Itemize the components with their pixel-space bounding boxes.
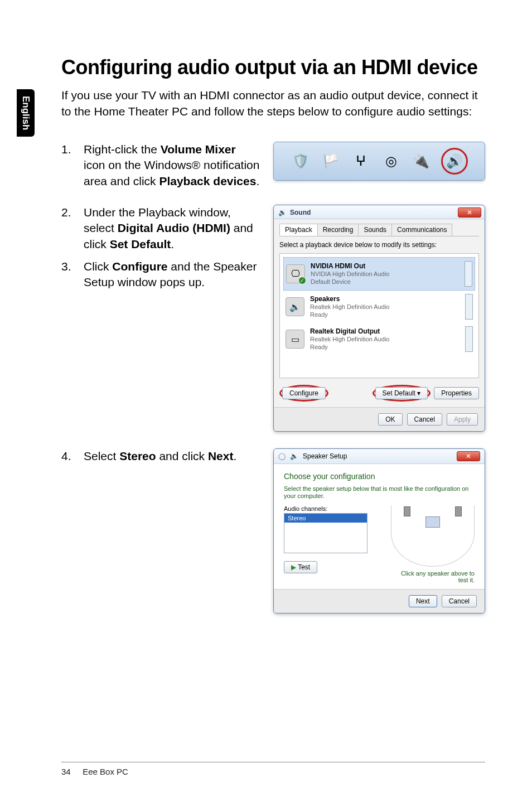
- step-4-bold-1: Stereo: [119, 450, 156, 462]
- step-2-bold-1: Digital Audio (HDMI): [118, 221, 230, 234]
- step-2-number: 2.: [61, 205, 72, 252]
- sound-instruction: Select a playback device below to modify…: [279, 241, 479, 249]
- step-3-pre: Click: [84, 260, 112, 273]
- digital-out-icon: ▭: [286, 330, 304, 349]
- step-2-post: .: [171, 238, 174, 250]
- device-speakers[interactable]: 🔈 Speakers Realtek High Definition Audio…: [283, 291, 475, 323]
- speaker-device-icon: 🔈: [286, 297, 304, 316]
- device-digital-name: Realtek Digital Output: [310, 327, 389, 336]
- back-icon[interactable]: ◯: [278, 452, 286, 460]
- power-icon: 🔌: [411, 151, 431, 171]
- step-4-post: .: [233, 450, 236, 462]
- step-3-text: 3. Click Configure and the Speaker Setup…: [61, 259, 260, 291]
- sound-tabs: Playback Recording Sounds Communications: [279, 224, 479, 236]
- close-button[interactable]: ✕: [457, 451, 480, 461]
- spinner-icon: ◎: [381, 151, 401, 171]
- device-digital-sub1: Realtek High Definition Audio: [310, 336, 389, 344]
- update-icon: 🛡️: [291, 151, 311, 171]
- speaker-setup-dialog: ◯ 🔈 Speaker Setup ✕ Choose your configur…: [273, 448, 485, 613]
- page-title: Configuring audio output via an HDMI dev…: [61, 56, 485, 79]
- tab-sounds[interactable]: Sounds: [358, 224, 392, 236]
- step-1-number: 1.: [61, 142, 72, 189]
- step-4-mid: and click: [156, 450, 208, 462]
- level-meter: [465, 326, 473, 352]
- device-list: 🖵✓ NVIDIA HDMI Out NVIDIA High Definitio…: [279, 253, 479, 378]
- speaker-icon: 🔈: [290, 452, 298, 460]
- product-name: Eee Box PC: [83, 767, 128, 776]
- test-button[interactable]: ▶ Test: [284, 561, 317, 573]
- left-speaker-icon[interactable]: [404, 506, 410, 516]
- next-button[interactable]: Next: [409, 595, 437, 607]
- step-4-bold-2: Next: [208, 450, 234, 462]
- speaker-dialog-titlebar: ◯ 🔈 Speaker Setup ✕: [274, 449, 485, 464]
- speaker-hint: Click any speaker above to test it.: [391, 570, 475, 583]
- check-icon: ✓: [298, 277, 306, 284]
- listener-icon: [425, 516, 440, 528]
- step-1-pre: Right-click the: [84, 143, 161, 156]
- language-tab: English: [17, 89, 35, 137]
- page-number: 34: [61, 767, 80, 776]
- configure-highlight: Configure: [279, 385, 328, 402]
- step-4-text: 4. Select Stereo and click Next.: [61, 448, 260, 464]
- set-default-button[interactable]: Set Default ▾: [375, 387, 428, 399]
- speaker-dialog-title: Speaker Setup: [303, 452, 347, 460]
- tab-playback[interactable]: Playback: [279, 224, 318, 236]
- step-1-text: 1. Right-click the Volume Mixer icon on …: [61, 142, 260, 189]
- monitor-icon: 🖵✓: [286, 264, 305, 283]
- step-4-pre: Select: [84, 450, 119, 462]
- level-meter: [465, 294, 473, 320]
- cancel-button[interactable]: Cancel: [407, 413, 442, 426]
- right-speaker-icon[interactable]: [455, 506, 462, 516]
- properties-button[interactable]: Properties: [434, 387, 479, 399]
- sound-dialog-image: 🔉 Sound ✕ Playback Recording Sounds Comm…: [273, 205, 485, 432]
- tab-recording[interactable]: Recording: [317, 224, 359, 236]
- channels-list[interactable]: Stereo: [284, 513, 367, 553]
- step-1-bold-2: Playback devices: [159, 175, 256, 187]
- step-1-post: .: [256, 175, 259, 187]
- device-hdmi-name: NVIDIA HDMI Out: [311, 262, 389, 270]
- device-speakers-sub2: Ready: [310, 311, 389, 319]
- device-hdmi[interactable]: 🖵✓ NVIDIA HDMI Out NVIDIA High Definitio…: [283, 257, 475, 291]
- step-2-bold-2: Set Default: [110, 238, 171, 250]
- step-1-bold-1: Volume Mixer: [161, 143, 236, 156]
- speaker-diagram: [391, 505, 475, 567]
- sound-dialog-title: Sound: [290, 209, 311, 216]
- configure-button[interactable]: Configure: [282, 387, 326, 399]
- apply-button[interactable]: Apply: [447, 413, 478, 426]
- page-content: Configuring audio output via an HDMI dev…: [61, 56, 485, 629]
- close-button[interactable]: ✕: [458, 207, 481, 218]
- system-tray: 🛡️ 🏳️ ⵖ ◎ 🔌 🔊: [273, 142, 485, 181]
- bluetooth-icon: ⵖ: [351, 151, 371, 171]
- step-3-number: 3.: [61, 259, 72, 291]
- speaker-setup-image: ◯ 🔈 Speaker Setup ✕ Choose your configur…: [273, 448, 485, 613]
- ok-button[interactable]: OK: [378, 413, 402, 426]
- chevron-down-icon: ▾: [417, 389, 420, 397]
- volume-icon[interactable]: 🔊: [444, 151, 465, 171]
- page-footer: 34 Eee Box PC: [61, 762, 485, 776]
- level-meter: [465, 261, 472, 287]
- channel-stereo[interactable]: Stereo: [284, 514, 367, 523]
- step-1-row: 1. Right-click the Volume Mixer icon on …: [61, 142, 485, 189]
- device-hdmi-sub2: Default Device: [311, 278, 389, 286]
- device-speakers-name: Speakers: [310, 295, 389, 303]
- intro-paragraph: If you use your TV with an HDMI connecto…: [61, 88, 485, 119]
- set-default-highlight: Set Default ▾: [373, 385, 431, 402]
- device-speakers-sub1: Realtek High Definition Audio: [310, 303, 389, 311]
- step-3-bold-1: Configure: [112, 260, 167, 273]
- volume-icon-highlight: 🔊: [441, 148, 468, 175]
- step-2-text: 2. Under the Playback window, select Dig…: [61, 205, 260, 252]
- flag-icon: 🏳️: [321, 151, 341, 171]
- device-digital-sub2: Ready: [310, 344, 389, 351]
- tab-communications[interactable]: Communications: [391, 224, 452, 236]
- step-4-row: 4. Select Stereo and click Next. ◯ 🔈 Spe…: [61, 448, 485, 613]
- speaker-icon: 🔉: [278, 209, 287, 216]
- system-tray-image: 🛡️ 🏳️ ⵖ ◎ 🔌 🔊: [273, 142, 485, 181]
- cancel-button[interactable]: Cancel: [442, 595, 477, 607]
- play-icon: ▶: [291, 563, 296, 571]
- speaker-sub: Select the speaker setup below that is m…: [284, 485, 475, 500]
- speaker-heading: Choose your configuration: [284, 472, 475, 481]
- step-2-3-row: 2. Under the Playback window, select Dig…: [61, 205, 485, 432]
- sound-dialog-titlebar: 🔉 Sound ✕: [274, 205, 485, 219]
- device-digital[interactable]: ▭ Realtek Digital Output Realtek High De…: [283, 323, 475, 355]
- sound-dialog: 🔉 Sound ✕ Playback Recording Sounds Comm…: [273, 205, 485, 432]
